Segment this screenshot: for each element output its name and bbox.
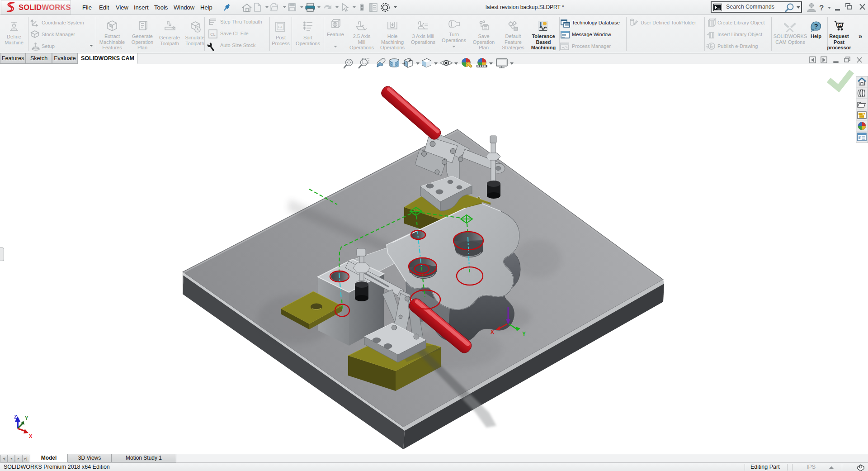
svg-text:G1: G1 <box>838 23 844 27</box>
svg-text:X: X <box>29 433 33 439</box>
svg-text:CL: CL <box>210 32 216 37</box>
svg-text:?: ? <box>819 4 824 12</box>
svg-text:Y: Y <box>25 415 28 421</box>
svg-text:G1: G1 <box>278 25 283 29</box>
svg-text:SOLIDWORKS: SOLIDWORKS <box>19 3 71 11</box>
svg-text:?: ? <box>814 22 818 30</box>
svg-text:Z: Z <box>14 414 17 419</box>
svg-text:X: X <box>491 329 494 335</box>
svg-text:Y: Y <box>522 331 526 337</box>
